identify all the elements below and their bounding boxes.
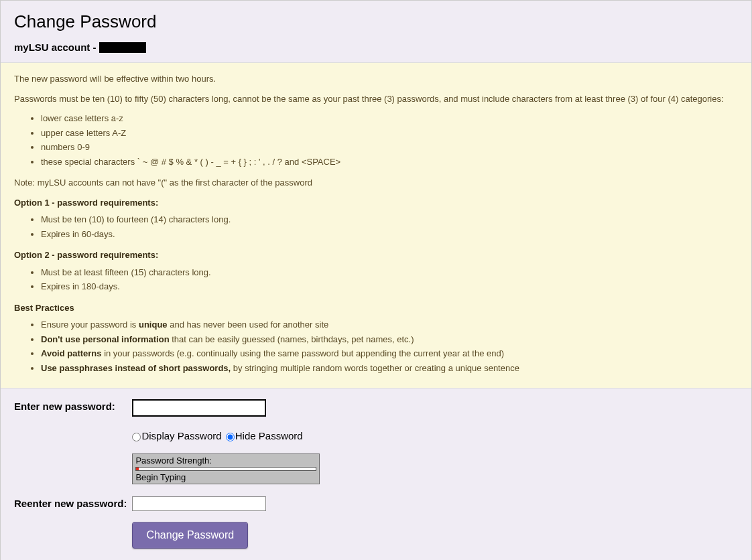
note-line: Note: myLSU accounts can not have "(" as… — [14, 176, 738, 190]
hide-password-radio[interactable] — [226, 433, 235, 441]
best-bold: Avoid patterns — [41, 348, 102, 358]
best-bold: unique — [139, 320, 168, 330]
password-strength-box: Password Strength: Begin Typing — [132, 453, 320, 484]
reenter-password-input[interactable] — [132, 496, 266, 511]
account-prefix: myLSU account - — [14, 42, 97, 53]
display-password-label: Display Password — [141, 430, 221, 441]
strength-title: Password Strength: — [135, 456, 316, 466]
best-text: that can be easily guessed (names, birth… — [170, 334, 414, 344]
display-password-option[interactable]: Display Password — [132, 430, 224, 441]
reenter-password-label: Reenter new password: — [14, 494, 132, 514]
new-password-input[interactable] — [132, 399, 266, 417]
category-item: numbers 0-9 — [41, 141, 738, 154]
option1-heading: Option 1 - password requirements: — [14, 196, 738, 210]
best-item: Avoid patterns in your passwords (e.g. c… — [41, 347, 738, 360]
option2-list: Must be at least fifteen (15) characters… — [14, 266, 738, 293]
option1-item: Must be ten (10) to fourteen (14) charac… — [41, 213, 738, 226]
best-item: Use passphrases instead of short passwor… — [41, 362, 738, 375]
best-practices-heading: Best Practices — [14, 301, 738, 315]
best-bold: Don't use personal information — [41, 334, 170, 344]
option1-list: Must be ten (10) to fourteen (14) charac… — [14, 213, 738, 240]
strength-status: Begin Typing — [135, 472, 316, 482]
account-subtitle: myLSU account - — [14, 42, 738, 53]
hide-password-option[interactable]: Hide Password — [226, 430, 303, 441]
best-text: by stringing multiple random words toget… — [231, 363, 519, 373]
category-item: upper case letters A-Z — [41, 127, 738, 140]
redacted-username — [99, 42, 146, 53]
hide-password-label: Hide Password — [235, 430, 303, 441]
instructions-panel: The new password will be effective withi… — [1, 62, 751, 389]
option2-item: Expires in 180-days. — [41, 280, 738, 293]
best-text: in your passwords (e.g. continually usin… — [102, 348, 505, 358]
strength-meter-fill — [136, 468, 139, 470]
enter-password-label: Enter new password: — [14, 397, 132, 494]
best-text: Ensure your password is — [41, 320, 139, 330]
change-password-button[interactable]: Change Password — [132, 522, 248, 549]
page-title: Change Password — [14, 11, 738, 32]
intro-line: The new password will be effective withi… — [14, 72, 738, 86]
display-password-radio[interactable] — [132, 433, 141, 441]
best-practices-list: Ensure your password is unique and has n… — [14, 318, 738, 374]
option2-heading: Option 2 - password requirements: — [14, 249, 738, 262]
best-bold: Use passphrases instead of short passwor… — [41, 363, 231, 373]
option1-item: Expires in 60-days. — [41, 228, 738, 241]
best-text: and has never been used for another site — [168, 320, 329, 330]
option2-item: Must be at least fifteen (15) characters… — [41, 266, 738, 279]
category-list: lower case letters a-z upper case letter… — [14, 112, 738, 168]
best-item: Ensure your password is unique and has n… — [41, 318, 738, 332]
category-item: lower case letters a-z — [41, 112, 738, 125]
rules-line: Passwords must be ten (10) to fifty (50)… — [14, 92, 738, 106]
best-item: Don't use personal information that can … — [41, 333, 738, 346]
form-area: Enter new password: Display Password Hid… — [1, 389, 751, 560]
category-item: these special characters ` ~ @ # $ % & *… — [41, 155, 738, 169]
strength-meter — [135, 467, 316, 471]
